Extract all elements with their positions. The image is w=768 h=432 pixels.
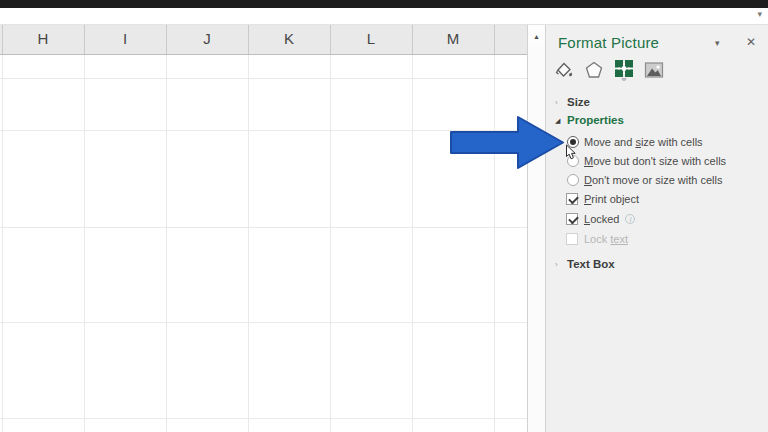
radio-button[interactable] bbox=[567, 174, 579, 186]
chevron-right-icon: › bbox=[555, 98, 558, 107]
scroll-up-button[interactable]: ▲ bbox=[528, 25, 545, 44]
size-properties-icon bbox=[612, 57, 636, 83]
spreadsheet-grid[interactable] bbox=[0, 55, 527, 432]
format-picture-pane: Format Picture ▾ ✕ bbox=[546, 25, 768, 432]
chevron-down-icon[interactable]: ▾ bbox=[757, 9, 762, 19]
pane-tab-bar bbox=[551, 57, 666, 83]
info-icon: i bbox=[625, 214, 635, 224]
radio-move-not-size-label: Move but don't size with cells bbox=[584, 155, 726, 167]
formula-bar-strip: ▾ bbox=[0, 8, 768, 25]
column-header-j[interactable]: J bbox=[166, 30, 248, 47]
pane-options-caret-icon[interactable]: ▾ bbox=[715, 38, 720, 48]
section-size[interactable]: › Size bbox=[546, 96, 768, 112]
checkbox-lock-text: Lock text bbox=[546, 232, 768, 248]
column-header-i[interactable]: I bbox=[84, 30, 166, 47]
tab-picture[interactable] bbox=[641, 57, 666, 83]
radio-dont-move-or-size-label: Don't move or size with cells bbox=[584, 174, 722, 186]
excel-window: ▾ H I J K L M ▲ Format Picture ▾ ✕ bbox=[0, 0, 768, 432]
top-dark-bar bbox=[0, 0, 768, 8]
column-header-l[interactable]: L bbox=[330, 30, 412, 47]
checkbox[interactable] bbox=[566, 193, 578, 205]
pane-title: Format Picture bbox=[558, 34, 659, 51]
checkbox-print-object[interactable]: Print object bbox=[546, 192, 768, 208]
column-header-k[interactable]: K bbox=[248, 30, 330, 47]
section-text-box-label: Text Box bbox=[567, 258, 615, 270]
radio-move-and-size[interactable]: Move and size with cells bbox=[546, 135, 768, 151]
section-size-label: Size bbox=[567, 96, 590, 108]
section-properties[interactable]: ◢ Properties bbox=[546, 114, 768, 130]
picture-icon bbox=[643, 59, 665, 81]
radio-move-and-size-label: Move and size with cells bbox=[584, 136, 703, 148]
chevron-right-icon: › bbox=[555, 260, 558, 269]
mouse-cursor-icon bbox=[565, 144, 578, 161]
close-icon[interactable]: ✕ bbox=[746, 35, 756, 49]
vertical-scrollbar[interactable]: ▲ bbox=[527, 25, 546, 432]
checkbox-lock-text-label: Lock text bbox=[584, 233, 628, 245]
radio-dont-move-or-size[interactable]: Don't move or size with cells bbox=[546, 173, 768, 189]
tab-fill-line[interactable] bbox=[551, 57, 576, 83]
paint-bucket-icon bbox=[553, 59, 575, 81]
checkbox bbox=[566, 233, 578, 245]
pentagon-icon bbox=[583, 59, 605, 81]
column-header-m[interactable]: M bbox=[412, 30, 494, 47]
tab-effects[interactable] bbox=[581, 57, 606, 83]
scroll-up-icon: ▲ bbox=[533, 33, 540, 40]
section-text-box[interactable]: › Text Box bbox=[546, 258, 768, 274]
checkbox[interactable] bbox=[566, 213, 578, 225]
annotation-arrow-right bbox=[449, 114, 567, 171]
section-properties-label: Properties bbox=[567, 114, 624, 126]
radio-move-not-size[interactable]: Move but don't size with cells bbox=[546, 154, 768, 170]
checkbox-locked[interactable]: Lockedi bbox=[546, 212, 768, 228]
tab-size-properties[interactable] bbox=[611, 57, 636, 83]
checkbox-print-object-label: Print object bbox=[584, 193, 639, 205]
checkbox-locked-label: Lockedi bbox=[584, 213, 635, 225]
column-headers[interactable]: H I J K L M bbox=[0, 25, 527, 55]
column-header-h[interactable]: H bbox=[2, 30, 84, 47]
